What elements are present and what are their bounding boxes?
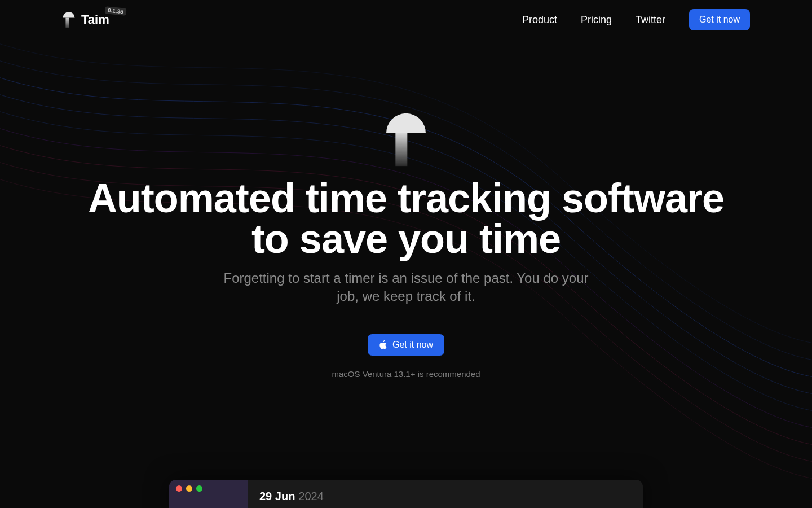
primary-nav: Product Pricing Twitter Get it now <box>522 9 750 30</box>
hero-cta-button[interactable]: Get it now <box>368 334 444 356</box>
close-window-icon <box>176 485 182 492</box>
svg-rect-0 <box>65 18 69 28</box>
nav-link-product[interactable]: Product <box>522 14 557 26</box>
nav-link-pricing[interactable]: Pricing <box>581 14 612 26</box>
app-date-day: 29 Jun <box>259 490 295 503</box>
hero-note: macOS Ventura 13.1+ is recommended <box>332 369 480 379</box>
svg-rect-1 <box>395 133 407 166</box>
nav-link-twitter[interactable]: Twitter <box>636 14 665 26</box>
hero-cta-label: Get it now <box>392 340 433 350</box>
hero-subtitle: Forgetting to start a timer is an issue … <box>214 269 598 306</box>
minimize-window-icon <box>186 485 192 492</box>
app-sidebar <box>169 480 248 508</box>
hero-section: Automated time tracking software to save… <box>0 40 812 379</box>
taim-logo-large-icon <box>386 113 426 167</box>
apple-icon <box>379 340 387 349</box>
maximize-window-icon <box>196 485 202 492</box>
hero-title: Automated time tracking software to save… <box>88 178 724 259</box>
app-main-panel: 29 Jun 2024 <box>248 480 643 508</box>
window-traffic-lights <box>176 485 202 492</box>
app-date-year: 2024 <box>298 490 324 503</box>
app-screenshot-preview: 29 Jun 2024 <box>169 480 643 508</box>
site-header: Taim 0.1.35 Product Pricing Twitter Get … <box>0 0 812 40</box>
header-cta-button[interactable]: Get it now <box>689 9 750 30</box>
app-date: 29 Jun 2024 <box>259 490 632 503</box>
taim-logo-icon <box>62 12 76 28</box>
brand[interactable]: Taim 0.1.35 <box>62 12 109 28</box>
brand-name: Taim <box>81 12 109 27</box>
